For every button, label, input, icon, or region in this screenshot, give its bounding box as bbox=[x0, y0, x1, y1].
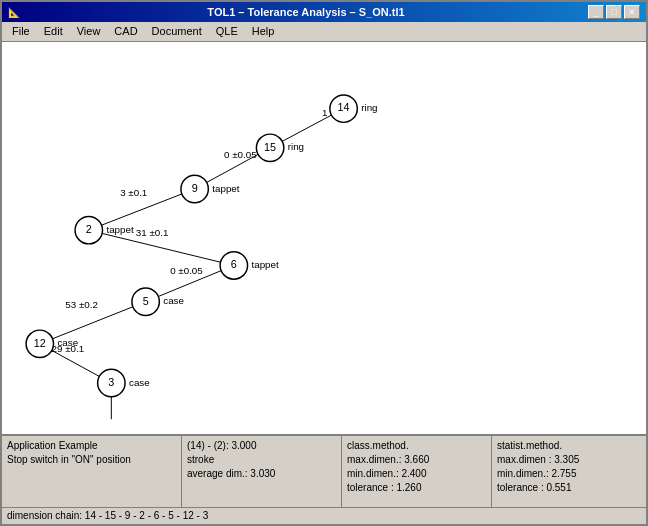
menu-file[interactable]: File bbox=[6, 24, 36, 39]
node-15-type: ring bbox=[288, 141, 304, 152]
status-dim-range: (14) - (2): 3.000 bbox=[187, 439, 336, 453]
dim-2-6: 31 ±0.1 bbox=[136, 227, 169, 238]
node-2-type: tappet bbox=[106, 224, 134, 235]
menu-view[interactable]: View bbox=[71, 24, 107, 39]
window-controls: _ □ ✕ bbox=[588, 5, 640, 19]
node-15-label: 15 bbox=[264, 141, 276, 153]
status-cell-dimensions: (14) - (2): 3.000 stroke average dim.: 3… bbox=[182, 436, 342, 507]
title-bar: 📐 TOL1 – Tolerance Analysis – S_ON.tl1 _… bbox=[2, 2, 646, 22]
status-class-method-label: class.method. bbox=[347, 439, 486, 453]
dim-5-12: 53 ±0.2 bbox=[65, 299, 98, 310]
status-statist-min: min.dimen.: 2.755 bbox=[497, 467, 641, 481]
node-14-type: ring bbox=[361, 102, 377, 113]
minimize-button[interactable]: _ bbox=[588, 5, 604, 19]
status-position: Stop switch in "ON" position bbox=[7, 453, 176, 467]
menu-help[interactable]: Help bbox=[246, 24, 281, 39]
status-class-tol: tolerance : 1.260 bbox=[347, 481, 486, 495]
status-app-example: Application Example bbox=[7, 439, 176, 453]
menu-cad[interactable]: CAD bbox=[108, 24, 143, 39]
node-12-type: case bbox=[57, 337, 78, 348]
node-9-label: 9 bbox=[192, 182, 198, 194]
node-3-type: case bbox=[129, 377, 150, 388]
menu-qle[interactable]: QLE bbox=[210, 24, 244, 39]
diagram-canvas: 1 -0.06 0 ±0.05 3 ±0.1 31 ±0.1 0 ±0.05 5… bbox=[2, 42, 646, 434]
status-statist-max: max.dimen : 3.305 bbox=[497, 453, 641, 467]
status-cell-statist-method: statist.method. max.dimen : 3.305 min.di… bbox=[492, 436, 646, 507]
menu-edit[interactable]: Edit bbox=[38, 24, 69, 39]
maximize-button[interactable]: □ bbox=[606, 5, 622, 19]
node-5-type: case bbox=[163, 295, 184, 306]
dim-6-5: 0 ±0.05 bbox=[170, 265, 203, 276]
app-icon: 📐 bbox=[8, 7, 20, 18]
window-title: TOL1 – Tolerance Analysis – S_ON.tl1 bbox=[207, 6, 404, 18]
node-3-label: 3 bbox=[108, 376, 114, 388]
close-button[interactable]: ✕ bbox=[624, 5, 640, 19]
main-area: 1 -0.06 0 ±0.05 3 ±0.1 31 ±0.1 0 ±0.05 5… bbox=[2, 42, 646, 524]
node-9-type: tappet bbox=[212, 183, 240, 194]
dimension-chain: dimension chain: 14 - 15 - 9 - 2 - 6 - 5… bbox=[7, 510, 208, 521]
status-stroke: stroke bbox=[187, 453, 336, 467]
status-cell-class-method: class.method. max.dimen.: 3.660 min.dime… bbox=[342, 436, 492, 507]
node-2-label: 2 bbox=[86, 223, 92, 235]
node-6-type: tappet bbox=[251, 259, 279, 270]
node-5-label: 5 bbox=[143, 295, 149, 307]
dim-9-2: 3 ±0.1 bbox=[120, 187, 147, 198]
menu-document[interactable]: Document bbox=[146, 24, 208, 39]
node-6-label: 6 bbox=[231, 258, 237, 270]
menu-bar: File Edit View CAD Document QLE Help bbox=[2, 22, 646, 42]
status-class-max: max.dimen.: 3.660 bbox=[347, 453, 486, 467]
status-bottom: dimension chain: 14 - 15 - 9 - 2 - 6 - 5… bbox=[2, 508, 646, 524]
main-window: 📐 TOL1 – Tolerance Analysis – S_ON.tl1 _… bbox=[0, 0, 648, 526]
status-statist-tol: tolerance : 0.551 bbox=[497, 481, 641, 495]
status-bar: Application Example Stop switch in "ON" … bbox=[2, 434, 646, 524]
status-avg-dim: average dim.: 3.030 bbox=[187, 467, 336, 481]
dim-15-9: 0 ±0.05 bbox=[224, 149, 257, 160]
node-14-label: 14 bbox=[338, 101, 350, 113]
node-12-label: 12 bbox=[34, 337, 46, 349]
status-class-min: min.dimen.: 2.400 bbox=[347, 467, 486, 481]
tolerance-diagram: 1 -0.06 0 ±0.05 3 ±0.1 31 ±0.1 0 ±0.05 5… bbox=[2, 42, 646, 434]
status-cell-description: Application Example Stop switch in "ON" … bbox=[2, 436, 182, 507]
status-statist-method-label: statist.method. bbox=[497, 439, 641, 453]
status-top: Application Example Stop switch in "ON" … bbox=[2, 436, 646, 508]
